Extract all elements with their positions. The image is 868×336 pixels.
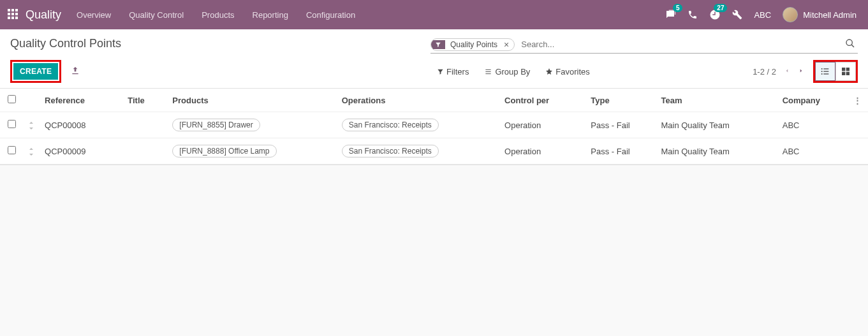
activities-badge: 27 [714,4,727,12]
phone-icon[interactable] [688,10,698,20]
svg-rect-8 [15,17,18,19]
optional-columns-icon[interactable]: ⋮ [848,89,868,112]
select-all-checkbox[interactable] [8,95,16,103]
drag-handle-icon[interactable] [23,138,40,164]
table-header-row: Reference Title Products Operations Cont… [0,89,868,112]
user-menu[interactable]: Mitchell Admin [783,7,857,22]
svg-rect-1 [11,9,14,11]
row-checkbox[interactable] [8,146,16,154]
pager-next-icon[interactable] [798,66,804,77]
filters-label: Filters [446,67,469,77]
row-checkbox[interactable] [8,120,16,128]
product-tag: [FURN_8855] Drawer [172,119,260,131]
pager-prev-icon[interactable] [784,66,790,77]
cell-team: Main Quality Team [656,138,777,164]
search-bar[interactable]: Quality Points × [430,37,858,54]
svg-rect-19 [823,73,828,74]
nav-item-configuration[interactable]: Configuration [306,10,355,20]
svg-rect-5 [15,13,18,15]
qcp-table: Reference Title Products Operations Cont… [0,89,868,164]
svg-rect-21 [846,68,850,71]
svg-rect-2 [15,9,18,11]
svg-rect-11 [486,69,491,69]
svg-rect-15 [823,68,828,69]
svg-rect-6 [8,17,10,19]
search-icon[interactable] [842,38,858,50]
drag-handle-icon[interactable] [23,112,40,138]
create-highlight: CREATE [10,60,61,83]
cell-company: ABC [777,138,848,164]
col-control-per[interactable]: Control per [499,89,585,112]
nav-item-overview[interactable]: Overview [77,10,111,20]
apps-icon[interactable] [0,9,26,21]
svg-rect-23 [846,72,850,75]
company-selector[interactable]: ABC [754,10,771,20]
export-icon[interactable] [68,63,83,80]
messaging-icon[interactable]: 5 [665,9,676,20]
svg-rect-20 [842,68,845,71]
col-team[interactable]: Team [656,89,777,112]
svg-point-16 [821,71,823,72]
col-operations[interactable]: Operations [337,89,499,112]
groupby-button[interactable]: Group By [484,67,530,77]
nav-item-products[interactable]: Products [202,10,234,20]
cell-reference: QCP00008 [40,112,122,138]
col-company[interactable]: Company [777,89,848,112]
favorites-label: Favorites [555,67,589,77]
nav-item-quality-control[interactable]: Quality Control [129,10,184,20]
view-switcher-highlight [813,60,858,83]
cell-control-per: Operation [499,138,585,164]
operation-tag: San Francisco: Receipts [342,145,439,157]
col-title[interactable]: Title [122,89,167,112]
svg-rect-17 [823,71,828,71]
create-button[interactable]: CREATE [13,63,58,80]
cell-company: ABC [777,112,848,138]
top-nav: Quality Overview Quality Control Product… [0,0,868,29]
messaging-badge: 5 [673,4,683,12]
search-input[interactable] [519,37,842,52]
nav-menu: Overview Quality Control Products Report… [77,10,355,20]
favorites-button[interactable]: Favorites [545,67,589,77]
cell-type: Pass - Fail [585,112,656,138]
control-panel: Quality Control Points Quality Points × … [0,29,868,89]
search-options: Filters Group By Favorites [437,67,590,77]
cell-type: Pass - Fail [585,138,656,164]
operation-tag: San Francisco: Receipts [342,119,439,131]
svg-point-9 [846,40,852,45]
table-row[interactable]: QCP00009 [FURN_8888] Office Lamp San Fra… [0,138,868,164]
nav-item-reporting[interactable]: Reporting [253,10,288,20]
col-products[interactable]: Products [167,89,336,112]
col-type[interactable]: Type [585,89,656,112]
cell-team: Main Quality Team [656,112,777,138]
topnav-right: 5 27 ABC Mitchell Admin [665,7,868,22]
svg-rect-7 [11,17,14,19]
svg-rect-12 [486,71,491,72]
col-reference[interactable]: Reference [40,89,122,112]
pager-range[interactable]: 1-2 / 2 [753,67,776,77]
svg-line-10 [851,45,854,47]
svg-rect-0 [8,9,10,11]
cell-control-per: Operation [499,112,585,138]
cell-title [122,138,167,164]
kanban-view-icon[interactable] [835,62,856,81]
svg-point-18 [821,73,823,75]
pager: 1-2 / 2 [753,66,804,77]
filters-button[interactable]: Filters [437,67,469,77]
activities-icon[interactable]: 27 [709,9,721,20]
list-view-icon[interactable] [815,62,835,81]
svg-rect-4 [11,13,14,15]
cell-title [122,112,167,138]
svg-rect-13 [486,73,491,74]
search-facet: Quality Points × [430,38,515,51]
page-title: Quality Control Points [10,37,121,50]
table-row[interactable]: QCP00008 [FURN_8855] Drawer San Francisc… [0,112,868,138]
groupby-label: Group By [495,67,530,77]
avatar [783,7,798,22]
svg-point-14 [821,68,823,69]
facet-label: Quality Points [445,39,501,50]
facet-remove-icon[interactable]: × [501,40,514,50]
app-brand[interactable]: Quality [26,8,77,22]
list-view: Reference Title Products Operations Cont… [0,89,868,165]
user-name: Mitchell Admin [803,10,857,20]
debug-icon[interactable] [732,10,742,20]
